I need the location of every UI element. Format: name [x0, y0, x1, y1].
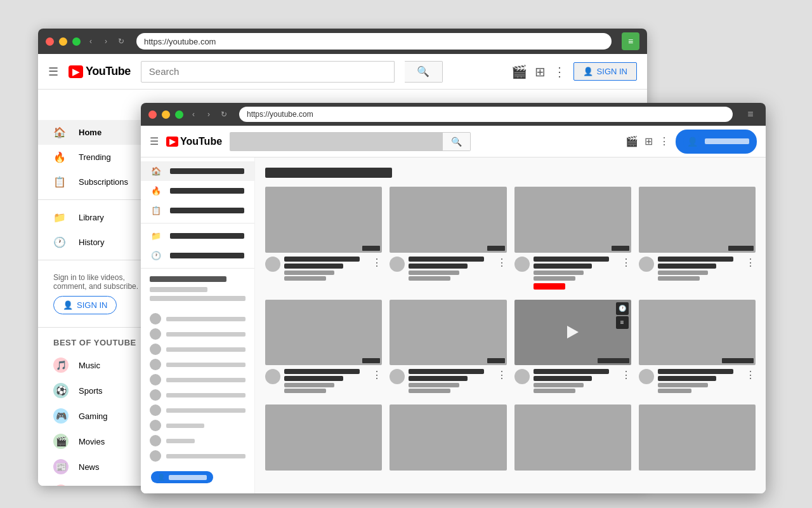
front-details-8 — [658, 369, 742, 394]
front-duration-8 — [722, 358, 754, 363]
yt-logo[interactable]: ▶ YouTube — [69, 65, 131, 78]
more-options-icon[interactable]: ⋮ — [553, 64, 566, 79]
front-thumb-10 — [390, 404, 506, 471]
sf-channel-1[interactable] — [150, 311, 246, 326]
close-dot-front[interactable] — [148, 110, 157, 119]
user-icon: 👤 — [63, 300, 73, 310]
back-btn[interactable]: ‹ — [86, 36, 96, 46]
sf-divider-1 — [141, 223, 254, 224]
extension-icon-front[interactable]: ≡ — [743, 107, 758, 122]
hamburger-front[interactable]: ☰ — [150, 135, 159, 147]
front-avatar-5 — [265, 369, 280, 384]
address-bar[interactable]: https://youtube.com — [136, 33, 612, 50]
more-btn-3[interactable]: ⋮ — [621, 257, 631, 269]
more-btn-7[interactable]: ⋮ — [621, 369, 631, 381]
front-details-5 — [284, 369, 368, 394]
sf-item-subscriptions[interactable]: 📋 — [141, 201, 254, 220]
more-btn-4[interactable]: ⋮ — [745, 257, 756, 269]
search-btn-front[interactable]: 🔍 — [443, 132, 471, 151]
front-video-card-2[interactable]: ⋮ — [390, 187, 506, 290]
more-btn-6[interactable]: ⋮ — [497, 369, 507, 381]
sf-channel-5[interactable] — [150, 372, 246, 387]
sf-channel-3[interactable] — [150, 342, 246, 357]
front-title-1a — [284, 257, 360, 262]
more-btn-5[interactable]: ⋮ — [372, 369, 382, 381]
address-bar-front[interactable]: https://youtube.com — [239, 107, 733, 122]
sf-item-history[interactable]: 🕐 — [141, 246, 254, 265]
front-video-card-12[interactable] — [639, 404, 756, 471]
sf-channel-7[interactable] — [150, 403, 246, 418]
more-btn-8[interactable]: ⋮ — [745, 369, 756, 381]
front-video-card-7[interactable]: 🕐 ≡ ⋮ — [514, 300, 631, 395]
minimize-dot-front[interactable] — [162, 110, 170, 119]
search-button[interactable]: 🔍 — [405, 61, 443, 83]
channel-name-5 — [166, 378, 246, 382]
more-btn-2[interactable]: ⋮ — [497, 257, 507, 269]
sf-channel-10[interactable] — [150, 448, 246, 464]
front-meta-1a — [284, 271, 334, 275]
front-info-5: ⋮ — [265, 369, 382, 394]
sf-item-home[interactable]: 🏠 — [141, 161, 254, 181]
user-button-front[interactable]: 👤 — [676, 130, 757, 154]
apps-icon[interactable]: ⊞ — [535, 64, 546, 79]
minimize-dot[interactable] — [59, 37, 67, 46]
hamburger-menu[interactable]: ☰ — [48, 65, 58, 79]
news-icon: 📰 — [53, 459, 69, 474]
video-camera-icon[interactable]: 🎬 — [511, 64, 527, 79]
front-video-card-1[interactable]: ⋮ — [265, 187, 382, 290]
refresh-btn-front[interactable]: ↻ — [219, 109, 229, 119]
front-sidebar: 🏠 🔥 📋 📁 🕐 — [141, 157, 255, 493]
sf-channel-9[interactable] — [150, 433, 246, 448]
yt-logo-front[interactable]: ▶ YouTube — [166, 136, 222, 147]
sidebar-sign-in-label: SIGN IN — [77, 300, 107, 310]
front-meta-7b — [534, 389, 575, 393]
front-video-card-4[interactable]: ⋮ — [639, 187, 756, 290]
video-icon-front[interactable]: 🎬 — [625, 135, 638, 147]
front-video-card-10[interactable] — [390, 404, 506, 471]
more-btn-1[interactable]: ⋮ — [372, 257, 382, 269]
sf-library-icon: 📁 — [151, 231, 161, 241]
front-video-card-6[interactable]: ⋮ — [390, 300, 506, 395]
sf-item-trending[interactable]: 🔥 — [141, 181, 254, 201]
header-right: 🎬 ⊞ ⋮ 👤 SIGN IN — [511, 62, 637, 81]
channel-avatar-2 — [150, 328, 161, 340]
search-input[interactable] — [141, 61, 395, 83]
front-yt-body: 🏠 🔥 📋 📁 🕐 — [141, 157, 766, 493]
sf-channel-8[interactable] — [150, 418, 246, 433]
apps-icon-front[interactable]: ⊞ — [645, 135, 653, 147]
sf-history-icon: 🕐 — [151, 251, 161, 260]
refresh-btn[interactable]: ↻ — [116, 36, 126, 46]
front-titlebar: ‹ › ↻ https://youtube.com ≡ — [141, 103, 766, 126]
search-bar-front[interactable] — [230, 132, 443, 151]
sidebar-label-history: History — [79, 237, 104, 247]
sign-in-button[interactable]: 👤 SIGN IN — [573, 62, 637, 81]
sidebar-sign-in-button[interactable]: 👤 SIGN IN — [53, 296, 117, 314]
front-video-card-5[interactable]: ⋮ — [265, 300, 382, 395]
front-title-5b — [284, 376, 343, 381]
sf-channel-2[interactable] — [150, 326, 246, 342]
maximize-dot-front[interactable] — [175, 110, 183, 119]
sf-channel-4[interactable] — [150, 357, 246, 372]
forward-btn[interactable]: › — [101, 36, 111, 46]
play-button-icon — [567, 326, 579, 338]
back-btn-front[interactable]: ‹ — [188, 109, 199, 119]
front-video-card-8[interactable]: ⋮ — [639, 300, 756, 395]
play-overlay — [563, 323, 582, 342]
sf-channel-6[interactable] — [150, 387, 246, 403]
more-icon-front[interactable]: ⋮ — [659, 135, 669, 147]
front-meta-5a — [284, 383, 334, 387]
extension-icon[interactable]: ≡ — [622, 32, 639, 50]
front-video-card-3[interactable]: ⋮ — [514, 187, 631, 290]
sidebar-user-button[interactable]: 👤 — [151, 471, 213, 483]
gaming-label: Gaming — [79, 411, 108, 421]
forward-btn-front[interactable]: › — [204, 109, 214, 119]
maximize-dot[interactable] — [72, 37, 81, 46]
front-video-card-9[interactable] — [265, 404, 382, 471]
sf-item-library[interactable]: 📁 — [141, 226, 254, 246]
front-video-card-11[interactable] — [514, 404, 631, 471]
channel-list — [141, 309, 254, 466]
home-icon: 🏠 — [53, 126, 66, 138]
front-avatar-1 — [265, 257, 280, 272]
close-dot[interactable] — [46, 37, 54, 46]
front-meta-5b — [284, 389, 326, 393]
